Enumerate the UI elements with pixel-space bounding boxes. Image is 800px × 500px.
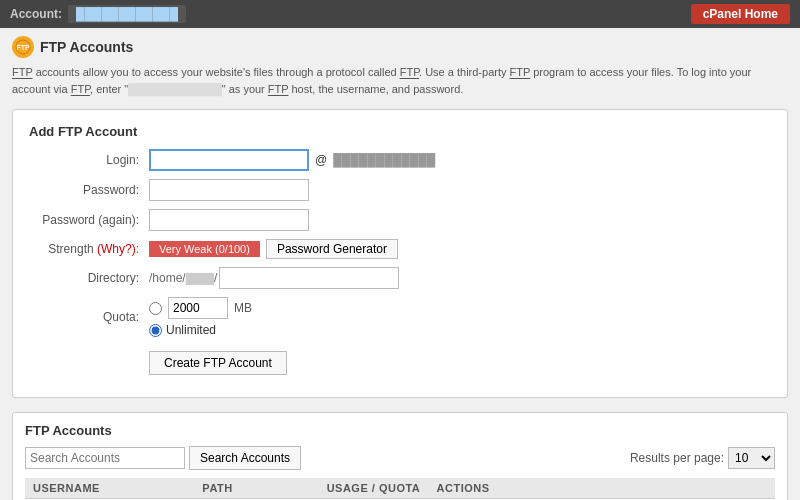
quota-label: Quota: — [29, 310, 149, 324]
results-per-page-select[interactable]: 10 25 50 100 — [728, 447, 775, 469]
ftp-accounts-table: Username Path Usage / Quota Actions ████… — [25, 478, 775, 500]
col-usage-quota: Usage / Quota — [319, 478, 429, 499]
account-info: Account: ████████████ — [10, 5, 186, 23]
table-header-row: Username Path Usage / Quota Actions — [25, 478, 775, 499]
why-link[interactable]: (Why?) — [97, 242, 136, 256]
quota-mb-radio[interactable] — [149, 302, 162, 315]
strength-label: Strength (Why?): — [29, 242, 149, 256]
unlimited-label: Unlimited — [166, 323, 216, 337]
strength-row: Strength (Why?): Very Weak (0/100) Passw… — [29, 239, 771, 259]
ftp-accounts-table-title: FTP Accounts — [25, 423, 775, 438]
password-label: Password: — [29, 183, 149, 197]
strength-indicator: Very Weak (0/100) — [149, 241, 260, 257]
password-again-row: Password (again): — [29, 209, 771, 231]
password-input[interactable] — [149, 179, 309, 201]
results-label: Results per page: — [630, 451, 724, 465]
top-bar: Account: ████████████ cPanel Home — [0, 0, 800, 28]
password-again-input[interactable] — [149, 209, 309, 231]
svg-text:FTP: FTP — [16, 44, 30, 51]
directory-row: Directory: /home/████/ — [29, 267, 771, 289]
login-input-group: @ ████████████ — [149, 149, 435, 171]
quota-value-input[interactable] — [168, 297, 228, 319]
search-left: Search Accounts — [25, 446, 301, 470]
at-symbol: @ — [315, 153, 327, 167]
domain-display: ████████████ — [333, 153, 435, 167]
directory-label: Directory: — [29, 271, 149, 285]
search-accounts-input[interactable] — [25, 447, 185, 469]
add-ftp-title: Add FTP Account — [29, 124, 771, 139]
create-button-row: Create FTP Account — [149, 345, 771, 375]
ftp-accounts-header: FTP FTP Accounts — [12, 36, 788, 58]
account-label: Account: — [10, 7, 62, 21]
password-generator-button[interactable]: Password Generator — [266, 239, 398, 259]
password-row: Password: — [29, 179, 771, 201]
login-label: Login: — [29, 153, 149, 167]
login-row: Login: @ ████████████ — [29, 149, 771, 171]
add-ftp-account-box: Add FTP Account Login: @ ████████████ Pa… — [12, 109, 788, 398]
directory-prefix: /home/████/ — [149, 271, 217, 285]
password-again-label: Password (again): — [29, 213, 149, 227]
section-title: FTP Accounts — [40, 39, 133, 55]
mb-label: MB — [234, 301, 252, 315]
ftp-accounts-table-section: FTP Accounts Search Accounts Results per… — [12, 412, 788, 500]
description-text: FTP accounts allow you to access your we… — [12, 64, 788, 97]
quota-row: Quota: MB Unlimited — [29, 297, 771, 337]
directory-input[interactable] — [219, 267, 399, 289]
quota-mb-row: MB — [149, 297, 252, 319]
quota-unlimited-row: Unlimited — [149, 323, 252, 337]
search-accounts-button[interactable]: Search Accounts — [189, 446, 301, 470]
ftp-icon: FTP — [12, 36, 34, 58]
create-ftp-account-button[interactable]: Create FTP Account — [149, 351, 287, 375]
main-content: FTP FTP Accounts FTP accounts allow you … — [0, 28, 800, 500]
col-username: Username — [25, 478, 194, 499]
col-actions: Actions — [429, 478, 775, 499]
results-per-page-row: Results per page: 10 25 50 100 — [630, 447, 775, 469]
search-row: Search Accounts Results per page: 10 25 … — [25, 446, 775, 470]
quota-container: MB Unlimited — [149, 297, 252, 337]
quota-unlimited-radio[interactable] — [149, 324, 162, 337]
account-value: ████████████ — [68, 5, 186, 23]
cpanel-home-button[interactable]: cPanel Home — [691, 4, 790, 24]
col-path: Path — [194, 478, 318, 499]
login-input[interactable] — [149, 149, 309, 171]
